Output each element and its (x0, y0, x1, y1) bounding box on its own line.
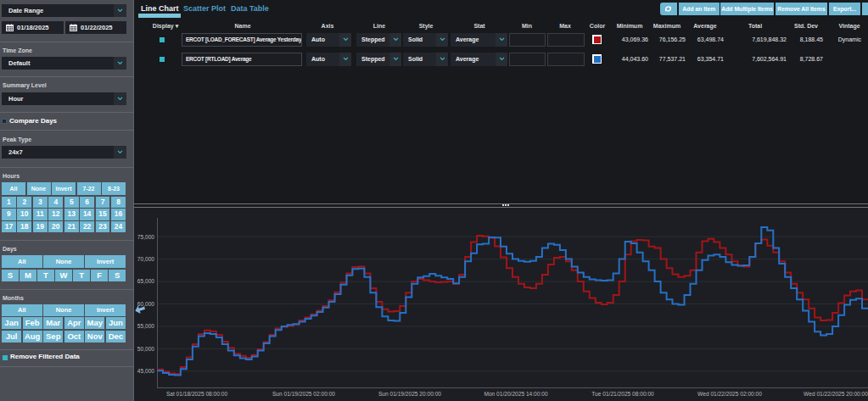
svg-text:Wed 01/22/2025 02:00:00: Wed 01/22/2025 02:00:00 (697, 391, 762, 397)
svg-text:Tue 01/21/2025 08:00:00: Tue 01/21/2025 08:00:00 (591, 391, 654, 397)
svg-text:45,000: 45,000 (137, 368, 155, 374)
svg-text:Sun 01/19/2025 02:00:00: Sun 01/19/2025 02:00:00 (272, 391, 335, 397)
svg-text:75,000: 75,000 (137, 234, 155, 240)
svg-text:65,000: 65,000 (137, 278, 155, 284)
svg-text:Mon 01/20/2025 14:00:00: Mon 01/20/2025 14:00:00 (484, 391, 547, 397)
svg-text:55,000: 55,000 (137, 323, 155, 329)
svg-text:70,000: 70,000 (137, 256, 155, 262)
svg-text:Sat 01/18/2025 08:00:00: Sat 01/18/2025 08:00:00 (166, 391, 228, 397)
svg-text:50,000: 50,000 (137, 346, 155, 352)
svg-text:Sun 01/19/2025 20:00:00: Sun 01/19/2025 20:00:00 (378, 391, 441, 397)
svg-text:Wed 01/22/2025 20:00:00: Wed 01/22/2025 20:00:00 (804, 391, 868, 397)
